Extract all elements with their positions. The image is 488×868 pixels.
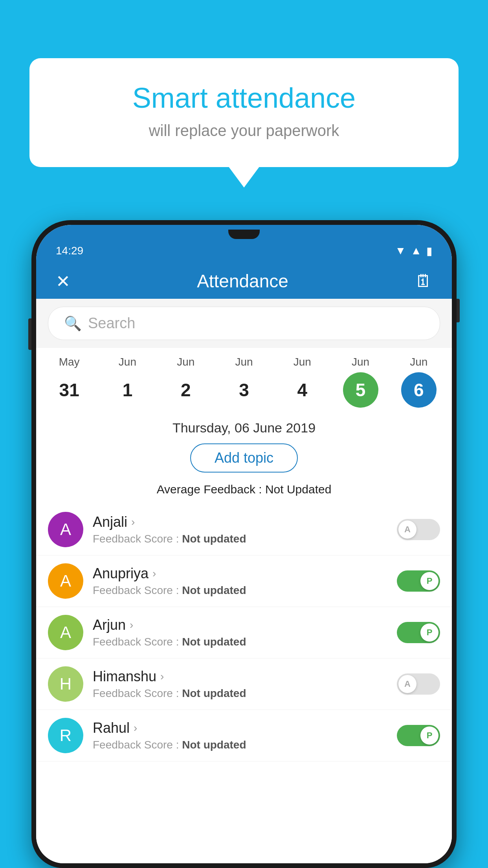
search-container: 🔍 Search [36, 299, 452, 348]
attendance-toggle[interactable]: P [397, 725, 440, 746]
selected-date-label: Thursday, 06 June 2019 [36, 412, 452, 440]
avatar: A [48, 563, 83, 599]
toggle-switch[interactable]: A [397, 673, 440, 695]
avatar: H [48, 666, 83, 702]
chevron-icon: › [152, 567, 156, 580]
cal-date-number: 31 [51, 372, 87, 408]
student-row[interactable]: RRahul ›Feedback Score : Not updatedP [36, 710, 452, 761]
toggle-knob: P [420, 726, 438, 745]
student-name: Himanshu › [93, 668, 387, 685]
calendar-day[interactable]: Jun6 [391, 356, 446, 408]
phone-side-button-left [28, 318, 31, 350]
toggle-knob: A [398, 520, 416, 539]
calendar-icon[interactable]: 🗓 [415, 271, 432, 291]
close-button[interactable]: ✕ [56, 271, 70, 291]
chevron-icon: › [134, 722, 137, 734]
cal-month-label: Jun [235, 356, 253, 368]
cal-date-number: 4 [284, 372, 320, 408]
student-row[interactable]: AAnjali ›Feedback Score : Not updatedA [36, 504, 452, 555]
student-row[interactable]: AAnupriya ›Feedback Score : Not updatedP [36, 555, 452, 607]
battery-icon: ▮ [426, 245, 432, 257]
student-name: Rahul › [93, 720, 387, 736]
feedback-score: Feedback Score : Not updated [93, 687, 387, 700]
chevron-icon: › [130, 619, 133, 631]
avg-feedback: Average Feedback : Not Updated [36, 479, 452, 504]
status-time: 14:29 [56, 245, 83, 257]
calendar-day[interactable]: Jun3 [216, 356, 272, 408]
feedback-score: Feedback Score : Not updated [93, 584, 387, 597]
cal-month-label: Jun [119, 356, 136, 368]
avatar: R [48, 718, 83, 753]
toggle-switch[interactable]: A [397, 519, 440, 540]
chevron-icon: › [131, 516, 135, 528]
students-list: AAnjali ›Feedback Score : Not updatedAAA… [36, 504, 452, 863]
cal-month-label: Jun [177, 356, 194, 368]
feedback-score: Feedback Score : Not updated [93, 739, 387, 751]
student-info: Anjali ›Feedback Score : Not updated [93, 514, 387, 545]
cal-date-number: 3 [226, 372, 262, 408]
app-title: Attendance [197, 270, 288, 292]
status-bar: 14:29 ▼ ▲ ▮ [36, 236, 452, 263]
avg-feedback-label: Average Feedback : [157, 483, 265, 496]
bubble-title: Smart attendance [53, 82, 435, 114]
cal-month-label: Jun [410, 356, 427, 368]
toggle-knob: A [398, 675, 416, 693]
chevron-icon: › [160, 670, 164, 683]
cal-month-label: Jun [352, 356, 369, 368]
phone-notch [228, 230, 260, 239]
signal-icon: ▲ [411, 245, 422, 257]
calendar-day[interactable]: Jun1 [100, 356, 155, 408]
toggle-switch[interactable]: P [397, 622, 440, 643]
student-row[interactable]: HHimanshu ›Feedback Score : Not updatedA [36, 658, 452, 710]
attendance-toggle[interactable]: P [397, 570, 440, 592]
toggle-switch[interactable]: P [397, 725, 440, 746]
student-row[interactable]: AArjun ›Feedback Score : Not updatedP [36, 607, 452, 658]
wifi-icon: ▼ [395, 245, 406, 257]
attendance-toggle[interactable]: A [397, 673, 440, 695]
app-header: ✕ Attendance 🗓 [36, 263, 452, 299]
student-info: Arjun ›Feedback Score : Not updated [93, 617, 387, 648]
add-topic-container: Add topic [36, 440, 452, 479]
avg-feedback-value: Not Updated [265, 483, 331, 496]
search-placeholder: Search [88, 315, 135, 332]
student-name: Anupriya › [93, 565, 387, 582]
avatar: A [48, 615, 83, 650]
toggle-switch[interactable]: P [397, 570, 440, 592]
calendar-day[interactable]: Jun5 [333, 356, 388, 408]
status-icons: ▼ ▲ ▮ [395, 245, 432, 257]
feedback-score: Feedback Score : Not updated [93, 533, 387, 545]
student-name: Arjun › [93, 617, 387, 633]
calendar-day[interactable]: Jun4 [275, 356, 330, 408]
cal-date-number: 6 [401, 372, 437, 408]
phone-side-button-right [457, 299, 460, 322]
student-info: Himanshu ›Feedback Score : Not updated [93, 668, 387, 700]
search-icon: 🔍 [64, 315, 82, 332]
attendance-toggle[interactable]: A [397, 519, 440, 540]
avatar: A [48, 512, 83, 547]
student-info: Anupriya ›Feedback Score : Not updated [93, 565, 387, 597]
cal-date-number: 1 [110, 372, 145, 408]
search-bar[interactable]: 🔍 Search [48, 307, 440, 340]
speech-bubble: Smart attendance will replace your paper… [29, 58, 459, 167]
toggle-knob: P [420, 623, 438, 642]
student-info: Rahul ›Feedback Score : Not updated [93, 720, 387, 751]
cal-month-label: May [59, 356, 80, 368]
attendance-toggle[interactable]: P [397, 622, 440, 643]
toggle-knob: P [420, 572, 438, 590]
feedback-score: Feedback Score : Not updated [93, 636, 387, 648]
calendar-day[interactable]: May31 [42, 356, 97, 408]
calendar-day[interactable]: Jun2 [158, 356, 213, 408]
student-name: Anjali › [93, 514, 387, 530]
phone-frame: 14:29 ▼ ▲ ▮ ✕ Attendance 🗓 🔍 Search May3… [31, 220, 457, 868]
bubble-subtitle: will replace your paperwork [53, 122, 435, 140]
calendar-strip: May31Jun1Jun2Jun3Jun4Jun5Jun6 [36, 348, 452, 412]
cal-date-number: 2 [168, 372, 204, 408]
cal-date-number: 5 [343, 372, 378, 408]
add-topic-button[interactable]: Add topic [190, 443, 298, 473]
cal-month-label: Jun [294, 356, 311, 368]
phone-screen: 14:29 ▼ ▲ ▮ ✕ Attendance 🗓 🔍 Search May3… [36, 225, 452, 863]
